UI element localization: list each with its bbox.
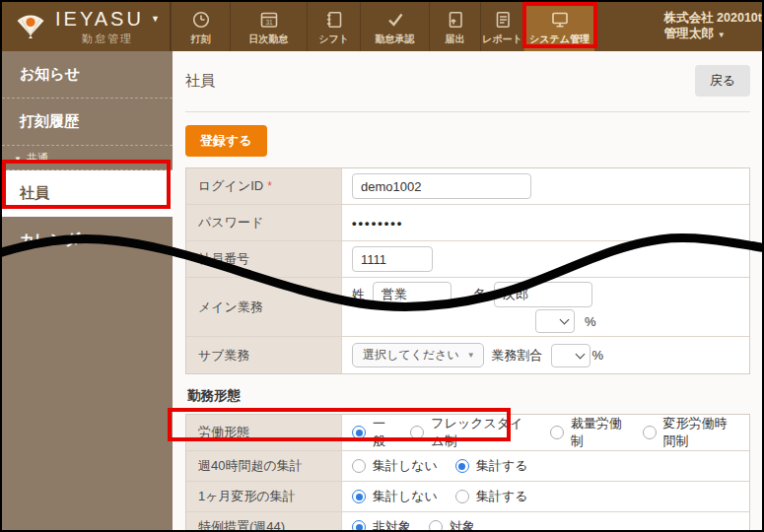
user-name: 管理太郎: [664, 27, 714, 40]
form-row-monthly-modified: 1ヶ月変形の集計 集計しない 集計する: [186, 482, 749, 512]
notebook-icon: [323, 10, 345, 30]
form-row-over40h-aggregation: 週40時間超の集計 集計しない 集計する: [186, 451, 749, 482]
percent-label: %: [585, 314, 596, 329]
worktype-section-title: 勤務形態: [187, 387, 750, 405]
report-icon: [492, 10, 514, 30]
main-nav: 打刻 31 日次勤怠 シフト: [171, 2, 594, 51]
form-row-special-week44: 特例措置(週44) 非対象 対象: [186, 512, 749, 530]
login-id-label: ログインID: [198, 177, 263, 195]
ratio-label: 業務割合: [492, 347, 543, 365]
sidebar-item-dakoku-rireki[interactable]: 打刻履歴: [2, 99, 173, 146]
login-id-input[interactable]: [352, 173, 531, 199]
radio-aggregate[interactable]: 集計する: [455, 457, 528, 475]
page-header: 社員 戻る: [185, 51, 750, 112]
account-menu[interactable]: 株式会社 202010t 管理太郎▼: [659, 2, 762, 51]
chevron-down-icon: ▼: [14, 155, 22, 164]
brand-caret-icon: ▼: [151, 14, 160, 24]
register-button[interactable]: 登録する: [185, 125, 267, 157]
nav-item-report[interactable]: レポート: [480, 2, 523, 51]
chevron-down-icon: [575, 349, 585, 359]
sub-job-ratio-select[interactable]: [551, 344, 590, 367]
page-title: 社員: [185, 72, 215, 91]
nav-item-dakoku[interactable]: 打刻: [171, 2, 230, 51]
main-content: 社員 戻る 登録する ログインID * パスワード ••••••••: [173, 51, 762, 530]
employee-basic-form: ログインID * パスワード •••••••• 社員番号: [185, 167, 750, 374]
radio-general[interactable]: 一般: [352, 415, 392, 450]
first-name-label: 名: [473, 286, 486, 303]
sidebar-item-shain[interactable]: 社員: [2, 170, 173, 217]
calendar-icon: 31: [258, 10, 280, 30]
ieyasu-app-window: IEYASU ▼ 勤怠管理 打刻 31: [0, 0, 764, 532]
first-name-input[interactable]: [494, 282, 592, 307]
back-button[interactable]: 戻る: [695, 65, 750, 97]
employee-number-label: 社員番号: [186, 241, 342, 277]
document-upload-icon: [445, 10, 466, 30]
required-asterisk: *: [267, 179, 272, 193]
worktype-form: 労働形態 一般 フレックスタイム制 裁量労働制 変形労働時間制 週40時間超の集…: [185, 414, 750, 530]
radio-no-aggregate[interactable]: 集計しない: [352, 457, 438, 475]
sidebar-section-kyotsu[interactable]: ▼共通: [2, 146, 173, 170]
chevron-down-icon: [560, 315, 570, 325]
last-name-label: 姓: [352, 286, 365, 303]
radio-flextime[interactable]: フレックスタイム制: [410, 415, 532, 450]
form-row-login-id: ログインID *: [186, 168, 749, 205]
main-job-ratio-select[interactable]: [535, 309, 575, 333]
company-name: 株式会社 202010t: [664, 10, 762, 26]
clock-icon: [190, 10, 212, 30]
sidebar-item-calendar[interactable]: カレンダー: [2, 217, 173, 263]
percent-label: %: [592, 348, 604, 363]
form-row-main-job: メイン業務 姓 名 %: [186, 278, 749, 337]
sidebar: お知らせ 打刻履歴 ▼共通 社員 カレンダー: [2, 51, 173, 530]
radio-aggregate[interactable]: 集計する: [455, 488, 528, 505]
fan-logo-icon: [14, 10, 47, 43]
password-label: パスワード: [186, 205, 342, 240]
brand-logo[interactable]: IEYASU ▼ 勤怠管理: [2, 2, 171, 51]
account-caret-icon: ▼: [718, 31, 726, 39]
form-row-password: パスワード ••••••••: [186, 205, 749, 241]
sidebar-item-oshirase[interactable]: お知らせ: [2, 51, 173, 99]
radio-modified-hours[interactable]: 変形労働時間制: [643, 415, 740, 450]
monitor-icon: [549, 10, 571, 30]
nav-item-system-admin[interactable]: システム管理: [523, 2, 594, 51]
dropdown-caret-icon: ▼: [467, 351, 475, 360]
brand-name: IEYASU: [55, 8, 144, 31]
nav-item-nichiji-kintai[interactable]: 31 日次勤怠: [230, 2, 307, 51]
main-job-label: メイン業務: [186, 278, 342, 336]
sub-job-label: サブ業務: [186, 337, 342, 373]
nav-item-approval[interactable]: 勤怠承認: [360, 2, 429, 51]
radio-no-aggregate[interactable]: 集計しない: [352, 488, 438, 505]
last-name-input[interactable]: [373, 282, 451, 307]
brand-subtitle: 勤怠管理: [55, 32, 160, 46]
password-masked-value: ••••••••: [352, 216, 403, 231]
radio-discretionary[interactable]: 裁量労働制: [550, 415, 625, 450]
radio-applicable[interactable]: 対象: [429, 518, 475, 530]
radio-not-applicable[interactable]: 非対象: [352, 518, 411, 530]
top-header: IEYASU ▼ 勤怠管理 打刻 31: [2, 2, 762, 51]
check-icon: [384, 10, 406, 30]
nav-item-shift[interactable]: シフト: [307, 2, 360, 51]
form-row-sub-job: サブ業務 選択してください ▼ 業務割合 %: [186, 337, 749, 373]
form-row-labor-type: 労働形態 一般 フレックスタイム制 裁量労働制 変形労働時間制: [186, 415, 749, 451]
svg-text:31: 31: [265, 19, 273, 26]
employee-number-input[interactable]: [352, 246, 433, 272]
form-row-employee-number: 社員番号: [186, 241, 749, 278]
nav-item-todokede[interactable]: 届出: [429, 2, 480, 51]
sub-job-select[interactable]: 選択してください ▼: [352, 343, 484, 367]
